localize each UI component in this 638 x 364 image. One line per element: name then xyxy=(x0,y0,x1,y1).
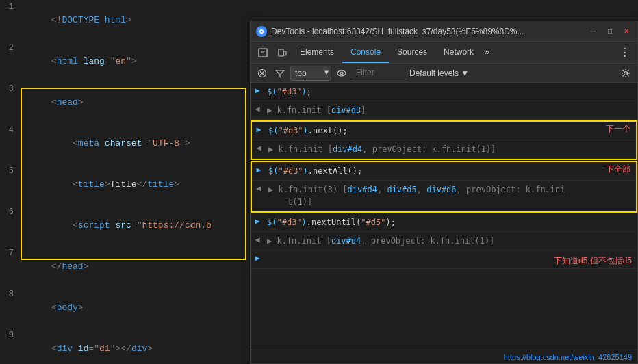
console-section-2: ▶ $("#d3").nextAll(); 下全部 ◀ ▶ k.fn.init(… xyxy=(251,161,637,213)
console-content-5: $("#d3").nextAll(); xyxy=(266,164,636,179)
devtools-title: DevTools - localhost:63342/SH_fullstack_… xyxy=(271,27,583,36)
tab-console[interactable]: Console xyxy=(342,42,389,63)
devtools-window-controls: ─ □ ✕ xyxy=(588,26,632,37)
devtools-menu-button[interactable]: ⋮ xyxy=(615,46,635,60)
tab-sources[interactable]: Sources xyxy=(389,42,435,63)
device-toolbar-icon[interactable] xyxy=(272,43,292,62)
console-entry-7: ▶ $("#d3").nextUntil("#d5"); xyxy=(251,213,637,232)
console-content-6: ▶ k.fn.init(3) [div#d4, div#d5, div#d6, … xyxy=(266,182,636,209)
code-line-5: 5 <title>Title</title> xyxy=(0,164,253,205)
console-expand-5[interactable]: ▶ xyxy=(252,164,266,174)
code-line-2: 2 <html lang="en"> xyxy=(0,41,253,82)
svg-rect-4 xyxy=(279,49,283,56)
code-line-4: 4 <meta charset="UTF-8"> xyxy=(0,123,253,164)
devtools-minimize-button[interactable]: ─ xyxy=(588,26,599,37)
console-expand-2[interactable]: ◀ xyxy=(251,103,264,114)
settings-icon[interactable] xyxy=(618,66,633,81)
code-line-9: 9 <div id="d1"></div> xyxy=(0,328,253,364)
code-line-3: 3 <head> xyxy=(0,82,253,123)
console-expand-1[interactable]: ▶ xyxy=(251,84,264,95)
svg-rect-5 xyxy=(283,51,286,55)
status-bar: https://blog.csdn.net/weixin_42625149 xyxy=(251,350,637,363)
devtools-titlebar: DevTools - localhost:63342/SH_fullstack_… xyxy=(251,21,637,42)
console-expand-8[interactable]: ◀ xyxy=(251,233,264,244)
console-toolbar: top ▼ Default levels ▼ xyxy=(251,64,637,83)
console-content-4: ▶ k.fn.init [div#d4, prevObject: k.fn.in… xyxy=(266,142,636,157)
console-entry-4: ◀ ▶ k.fn.init [div#d4, prevObject: k.fn.… xyxy=(252,140,636,159)
console-entry-1: ▶ $("#d3"); xyxy=(251,83,637,101)
devtools-tab-bar: Elements Console Sources Network » ⋮ xyxy=(251,42,637,64)
code-line-8: 8 <body> xyxy=(0,287,253,328)
devtools-tabs-more[interactable]: » xyxy=(482,48,492,57)
devtools-close-button[interactable]: ✕ xyxy=(621,26,632,37)
svg-point-8 xyxy=(340,72,343,75)
console-entry-6: ◀ ▶ k.fn.init(3) [div#d4, div#d5, div#d6… xyxy=(252,181,636,211)
console-output[interactable]: ▶ $("#d3"); ◀ ▶ k.fn.init [div#d3] ▶ $("… xyxy=(251,83,637,350)
context-selector[interactable]: top xyxy=(290,66,331,81)
code-line-6: 6 <script src="https://cdn.b xyxy=(0,205,253,246)
console-content-1: $("#d3"); xyxy=(264,84,637,99)
console-expand-3[interactable]: ▶ xyxy=(252,123,266,134)
svg-point-9 xyxy=(624,71,628,75)
console-entry-3: ▶ $("#d3").next(); 下一个 xyxy=(252,122,636,140)
svg-point-2 xyxy=(261,30,263,32)
console-content-8: ▶ k.fn.init [div#d4, prevObject: k.fn.in… xyxy=(264,233,637,248)
status-url: https://blog.csdn.net/weixin_42625149 xyxy=(504,353,632,361)
annotation-nextuntil: 下知道d5,但不包括d5 xyxy=(554,255,632,267)
devtools-panel: DevTools - localhost:63342/SH_fullstack_… xyxy=(250,21,638,364)
console-section-1: ▶ $("#d3").next(); 下一个 ◀ ▶ k.fn.init [di… xyxy=(251,120,637,160)
filter-icon[interactable] xyxy=(272,66,288,81)
console-expand-6[interactable]: ◀ xyxy=(252,182,266,193)
devtools-restore-button[interactable]: □ xyxy=(604,26,615,37)
console-expand-9[interactable]: ▶ xyxy=(251,252,264,263)
console-expand-7[interactable]: ▶ xyxy=(251,215,264,226)
tab-network[interactable]: Network xyxy=(435,42,482,63)
console-content-3: $("#d3").next(); xyxy=(266,123,636,138)
devtools-favicon xyxy=(256,26,267,37)
filter-input[interactable] xyxy=(352,66,407,79)
console-entry-9: ▶ _ 下知道d5,但不包括d5 xyxy=(251,250,637,269)
code-editor: 1 <!DOCTYPE html> 2 <html lang="en"> 3 <… xyxy=(0,0,253,364)
tab-elements[interactable]: Elements xyxy=(292,42,342,63)
annotation-nextall: 下全部 xyxy=(606,164,630,175)
inspect-element-icon[interactable] xyxy=(253,43,272,62)
console-entry-5: ▶ $("#d3").nextAll(); 下全部 xyxy=(252,162,636,181)
context-selector-wrapper: top ▼ xyxy=(290,66,331,81)
eye-icon[interactable] xyxy=(334,66,349,81)
console-entry-2: ◀ ▶ k.fn.init [div#d3] xyxy=(251,101,637,120)
code-line-1: 1 <!DOCTYPE html> xyxy=(0,0,253,41)
svg-point-7 xyxy=(337,70,346,76)
default-levels-selector[interactable]: Default levels ▼ xyxy=(409,68,469,78)
annotation-next: 下一个 xyxy=(606,123,630,135)
code-line-7: 7 </head> xyxy=(0,246,253,287)
console-expand-4[interactable]: ◀ xyxy=(252,142,266,153)
console-entry-8: ◀ ▶ k.fn.init [div#d4, prevObject: k.fn.… xyxy=(251,232,637,250)
console-content-2: ▶ k.fn.init [div#d3] xyxy=(264,103,637,118)
console-content-7: $("#d3").nextUntil("#d5"); xyxy=(264,215,637,230)
clear-console-icon[interactable] xyxy=(255,66,270,81)
